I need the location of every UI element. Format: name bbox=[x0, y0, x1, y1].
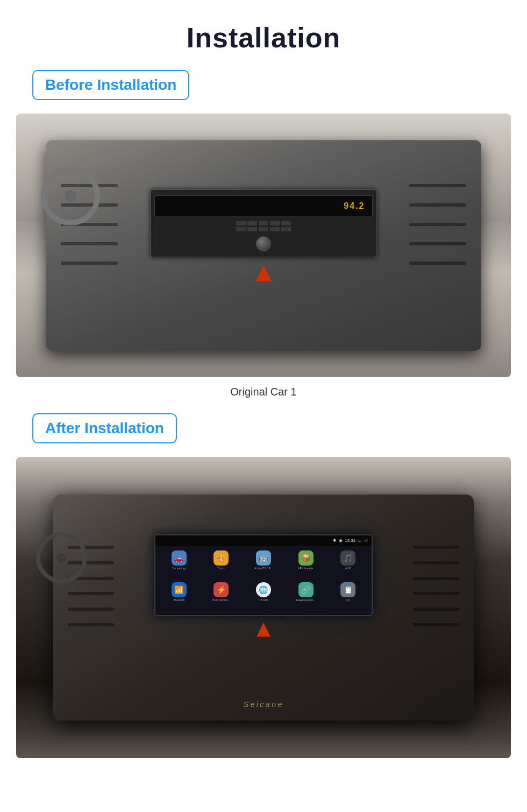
vent-slot bbox=[409, 262, 466, 265]
app-icon-chrome: 🌐 bbox=[256, 582, 271, 597]
app-icon-easyconnect: 🔗 bbox=[298, 582, 314, 597]
page-title: Installation bbox=[187, 22, 340, 54]
before-dashboard: 94.2 bbox=[46, 140, 481, 351]
app-label-bluetooth: Bluetooth bbox=[173, 598, 184, 602]
app-icon-bluetooth: 📶 bbox=[172, 582, 187, 597]
app-label-boot-animation: Boot Animati... bbox=[212, 598, 230, 602]
vent-slot bbox=[68, 623, 114, 626]
app-label-androits: AndroITS GP... bbox=[254, 567, 272, 570]
app-label-aux: AUX bbox=[345, 567, 351, 570]
before-image-caption: Original Car 1 bbox=[16, 386, 511, 398]
battery-icon: ▭ bbox=[358, 538, 362, 543]
app-easyconnect: 🔗 EasyConnecti... bbox=[286, 582, 325, 611]
vent-slot bbox=[68, 608, 114, 611]
steering-wheel-center-after bbox=[56, 553, 66, 563]
app-icon-lq: 📋 bbox=[340, 582, 355, 597]
after-section: After Installation bbox=[0, 413, 527, 767]
vent-slot bbox=[413, 623, 459, 626]
radio-button bbox=[281, 227, 291, 231]
vent-slot bbox=[413, 592, 459, 595]
app-icon-aux: 🎵 bbox=[340, 550, 355, 566]
button-row bbox=[154, 227, 373, 231]
vent-slot bbox=[409, 223, 466, 226]
status-time: 13:31 bbox=[345, 538, 355, 543]
app-androits: 🤖 AndroITS GP... bbox=[244, 550, 283, 579]
radio-button bbox=[270, 227, 280, 231]
app-car-settings: 🚗 Car settings bbox=[160, 550, 199, 579]
radio-button bbox=[247, 221, 257, 225]
radio-button bbox=[270, 221, 280, 225]
radio-button bbox=[247, 227, 257, 231]
steering-wheel bbox=[41, 166, 100, 225]
app-aux: 🎵 AUX bbox=[329, 550, 368, 579]
vent-slot bbox=[409, 242, 466, 245]
android-head-unit: ✱ ◉ 13:31 ▭ ◁ 🚗 Car settings 🎨 bbox=[154, 534, 373, 616]
app-chrome: 🌐 Chrome bbox=[244, 582, 283, 611]
android-app-grid: 🚗 Car settings 🎨 Thomo 🤖 AndroITS GP... bbox=[155, 546, 372, 615]
app-label-chrome: Chrome bbox=[259, 598, 268, 602]
right-vent bbox=[407, 172, 468, 277]
radio-buttons bbox=[154, 221, 373, 231]
app-lq: 📋 LQ bbox=[329, 582, 368, 611]
after-car-image: ✱ ◉ 13:31 ▭ ◁ 🚗 Car settings 🎨 bbox=[16, 457, 511, 758]
app-icon-thomo: 🎨 bbox=[213, 550, 229, 566]
app-bluetooth: 📶 Bluetooth bbox=[160, 582, 199, 611]
app-icon-androits: 🤖 bbox=[256, 550, 271, 566]
knob-area bbox=[154, 236, 373, 251]
hazard-button-after bbox=[257, 623, 270, 637]
vent-slot bbox=[413, 546, 459, 549]
vent-slot bbox=[409, 184, 466, 187]
vent-slot bbox=[413, 608, 459, 611]
steering-wheel-center bbox=[65, 190, 76, 202]
vent-slot bbox=[413, 561, 459, 564]
radio-button bbox=[236, 227, 246, 231]
app-thomo: 🎨 Thomo bbox=[202, 550, 241, 579]
app-label-easyconnect: EasyConnecti... bbox=[296, 598, 315, 602]
before-section: Before Installation bbox=[0, 70, 527, 413]
app-apk-installer: 📦 APK Installer bbox=[286, 550, 325, 579]
original-head-unit: 94.2 bbox=[151, 189, 377, 257]
button-row bbox=[154, 221, 373, 225]
right-vent-after bbox=[411, 535, 461, 637]
vent-slot bbox=[413, 577, 459, 580]
radio-frequency-text: 94.2 bbox=[344, 201, 365, 211]
app-label-apk-installer: APK Installer bbox=[298, 567, 314, 570]
after-image-container: ✱ ◉ 13:31 ▭ ◁ 🚗 Car settings 🎨 bbox=[16, 457, 511, 758]
vent-slot bbox=[409, 203, 466, 207]
app-label-thomo: Thomo bbox=[217, 567, 226, 570]
radio-button bbox=[259, 227, 268, 231]
vent-slot bbox=[68, 592, 114, 595]
vent-slot bbox=[61, 262, 117, 265]
app-icon-boot-animation: ⚡ bbox=[213, 582, 229, 597]
wifi-icon: ◉ bbox=[339, 538, 343, 543]
radio-button bbox=[259, 221, 268, 225]
app-boot-animation: ⚡ Boot Animati... bbox=[202, 582, 241, 611]
hazard-button bbox=[255, 265, 272, 281]
app-label-lq: LQ bbox=[346, 598, 350, 602]
vent-slot bbox=[61, 242, 117, 245]
before-installation-badge: Before Installation bbox=[32, 70, 189, 100]
seicane-brand-text: Seicane bbox=[243, 700, 283, 709]
after-installation-badge: After Installation bbox=[32, 413, 177, 443]
android-status-bar: ✱ ◉ 13:31 ▭ ◁ bbox=[155, 535, 372, 546]
before-image-container: 94.2 bbox=[16, 114, 511, 377]
app-icon-car-settings: 🚗 bbox=[172, 550, 187, 566]
after-dashboard: ✱ ◉ 13:31 ▭ ◁ 🚗 Car settings 🎨 bbox=[53, 495, 474, 721]
radio-button bbox=[236, 221, 246, 225]
before-car-image: 94.2 bbox=[16, 114, 511, 377]
volume-knob bbox=[256, 236, 271, 251]
bluetooth-icon: ✱ bbox=[333, 538, 337, 543]
back-icon: ◁ bbox=[364, 538, 367, 543]
app-label-car-settings: Car settings bbox=[172, 567, 187, 570]
radio-button bbox=[281, 221, 291, 225]
steering-wheel-after bbox=[36, 532, 87, 583]
radio-frequency-display: 94.2 bbox=[154, 195, 373, 216]
app-icon-apk-installer: 📦 bbox=[298, 550, 314, 566]
